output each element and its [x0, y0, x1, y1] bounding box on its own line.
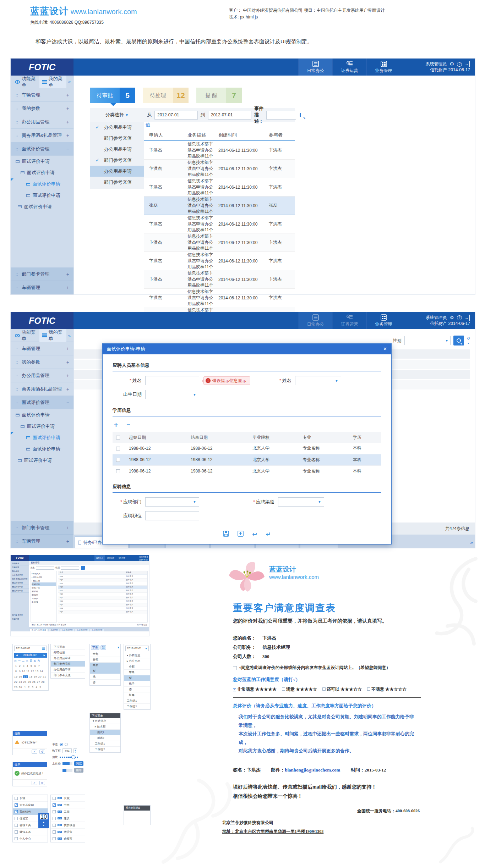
checkbox[interactable] — [116, 469, 120, 473]
sidebar-item-office-supplies[interactable]: ::办公用品管理+ — [11, 369, 73, 382]
tree-node[interactable]: 杏 — [124, 687, 150, 692]
help-icon[interactable]: ? — [457, 315, 462, 320]
expand-icon[interactable]: + — [66, 102, 69, 115]
stepper-down[interactable]: ▼ — [40, 824, 48, 827]
mini-row[interactable]: mgc技术专员 — [58, 579, 147, 582]
number-input[interactable]: 234 — [62, 748, 72, 753]
cancel-button[interactable]: ↺ — [39, 781, 45, 785]
check-item[interactable]: ✓CN中国 — [51, 802, 85, 808]
more-tabs-button[interactable]: » — [470, 540, 473, 548]
nav-securities[interactable]: $ 证券运营 — [332, 59, 366, 76]
check-item[interactable]: CN余额宝 — [51, 835, 85, 842]
tree-item[interactable]: 面试评价申请 — [11, 421, 73, 432]
add-row-button[interactable]: ＋ — [113, 420, 119, 429]
checkbox-checked[interactable]: ✓ — [53, 803, 56, 807]
menu-item[interactable]: 办公用品申请 — [51, 667, 85, 673]
nav-daily-office[interactable]: 日常办公 — [298, 312, 332, 329]
next-month-button[interactable]: ▶ — [43, 653, 45, 658]
browse-button[interactable]: 浏览 — [74, 761, 83, 766]
expand-icon[interactable]: + — [66, 281, 69, 294]
stepper-buttons[interactable]: ▲▼ — [73, 748, 77, 753]
tree-node[interactable]: 工作组1 — [124, 698, 150, 704]
table-row[interactable]: 卞洪杰信息技术部卞洪杰申请办公用品胶棒11个2014-06-12 11:30:0… — [144, 178, 295, 197]
table-row[interactable]: 卞洪杰信息技术部卞洪杰申请办公用品胶棒11个2014-06-12 11:30:0… — [144, 252, 295, 270]
calendar-week-row[interactable]: 22 23 24 25 26 27 28 — [14, 680, 47, 684]
menu-item[interactable]: 部门参考充值 — [51, 673, 85, 678]
help-icon[interactable]: ? — [457, 62, 462, 67]
tree-item[interactable]: 面试评价申请 — [11, 409, 73, 421]
tree-item[interactable]: 面试评价申请 — [11, 190, 73, 201]
mini-row[interactable]: mgc技术专员 — [58, 603, 147, 607]
checkbox[interactable] — [53, 810, 56, 813]
mini-row[interactable]: mgc技术专员 — [58, 610, 147, 614]
mini-row[interactable]: mgc技术专员 — [58, 607, 147, 610]
mini-sidebar-item[interactable]: 车辆管理 — [11, 617, 29, 621]
check-item[interactable]: ✓天天基金网 — [13, 802, 48, 808]
expand-icon[interactable]: + — [66, 88, 69, 102]
stepper-value[interactable]: 10 — [40, 814, 48, 819]
date-input[interactable]: 2012-07-01▦ — [14, 646, 47, 651]
radio-selected[interactable] — [60, 743, 63, 746]
mini-nav-item[interactable]: 日常办公 — [94, 555, 105, 561]
birth-select[interactable]: ▼ — [145, 390, 199, 399]
tree-node[interactable]: 桃子 — [124, 681, 150, 687]
sidebar-item-vehicle[interactable]: ::车辆管理+ — [11, 342, 73, 355]
mini-tree-item-active[interactable]: 模块1子项 — [32, 582, 56, 586]
tree-node[interactable]: ▾ 外聘信息 — [124, 653, 150, 658]
return-icon[interactable]: ↵ — [266, 531, 271, 538]
sidebar-item-params[interactable]: ::我的参数+ — [11, 102, 73, 115]
checkbox-checked[interactable]: ✓ — [15, 803, 18, 807]
check-item[interactable]: CN工商 — [51, 808, 85, 815]
table-row[interactable]: 1988-06-121988-06-12北京大学专业名称本科 — [113, 465, 381, 477]
sidebar-item-meal-card[interactable]: ::部门餐卡管理+ — [11, 521, 73, 535]
option[interactable]: 桃 — [90, 674, 120, 680]
reset-icon[interactable]: ↺⌄ — [467, 337, 470, 344]
sidebar-item-wine-gifts[interactable]: ::商务用酒&礼品管理+ — [11, 382, 73, 396]
tab-pending-process[interactable]: 待处理12 — [143, 88, 189, 103]
mini-nav-item[interactable]: 业务管理 — [116, 555, 127, 561]
mini-tree-item[interactable]: 工作组2 — [32, 600, 56, 604]
dropdown-option[interactable]: 部门参考充值 — [90, 177, 144, 188]
dropdown-option[interactable]: 部门参考充值 — [90, 133, 144, 144]
checkbox[interactable] — [367, 687, 370, 691]
nav-business[interactable]: 业务管理 — [366, 312, 400, 329]
nav-daily-office[interactable]: 日常办公 — [298, 59, 332, 76]
checkbox-checked[interactable]: ✓ — [233, 688, 236, 691]
checkbox[interactable] — [15, 797, 18, 800]
tree-node[interactable]: 苹果 — [124, 670, 150, 675]
mini-sidebar-item[interactable]: 我的参数 — [11, 569, 29, 573]
submit-icon[interactable] — [238, 531, 244, 538]
check-item[interactable]: CN借贷宝 — [51, 829, 85, 835]
tree-item[interactable]: 面试评价申请 — [11, 201, 73, 212]
menu-item[interactable]: 外聘信息 — [51, 650, 85, 656]
sidebar-tab-function-menu[interactable]: 功能菜单 — [22, 76, 38, 88]
mini-doc-tab[interactable]: 待办/已办任务列表 — [30, 628, 48, 631]
sidebar-item-vehicle[interactable]: ::车辆管理+ — [11, 88, 73, 102]
checkbox[interactable] — [53, 817, 56, 820]
channel-select[interactable]: ▼ — [278, 497, 324, 507]
expand-icon[interactable]: + — [66, 115, 69, 129]
sidebar-item-vehicle2[interactable]: ::车辆管理+ — [11, 535, 73, 548]
sidebar-collapse-button[interactable]: « — [68, 333, 71, 338]
mini-sidebar-item[interactable]: 面试评价申请 — [11, 589, 29, 593]
slider[interactable] — [60, 757, 78, 758]
event-desc-input[interactable] — [266, 111, 296, 120]
check-item[interactable]: CN建设 — [51, 815, 85, 822]
expand-icon[interactable]: + — [66, 267, 69, 281]
tree-node[interactable]: 工作组1 — [90, 741, 120, 747]
calendar-selected-day[interactable]: 17 — [23, 675, 28, 678]
nav-business[interactable]: 业务管理 — [366, 59, 400, 76]
save-icon[interactable] — [223, 531, 229, 538]
checkbox[interactable] — [15, 824, 18, 827]
check-item[interactable]: CN我的钱包 — [51, 822, 85, 829]
tree-item-active[interactable]: 面试评价申请 — [11, 178, 73, 190]
menu-item[interactable]: 办公用品申请 — [51, 656, 85, 661]
table-row[interactable]: 1988-06-121988-06-12北京大学专业名称本科 — [113, 443, 381, 454]
checkbox[interactable] — [53, 824, 56, 827]
checkbox[interactable] — [233, 666, 237, 670]
calendar-week-row[interactable]: 1 2 3 4 5 6 7 — [14, 664, 47, 668]
tree-node[interactable]: 测试2 — [90, 735, 120, 741]
cancel-button[interactable]: ↺ — [39, 750, 45, 754]
date-to-input[interactable] — [208, 111, 251, 120]
dropdown-option-hover[interactable]: 办公用品申请 — [90, 166, 144, 177]
